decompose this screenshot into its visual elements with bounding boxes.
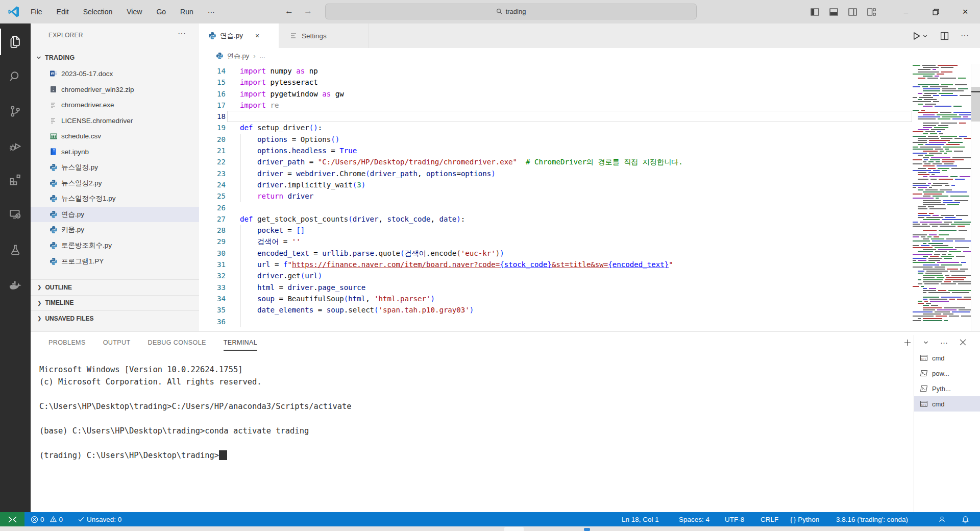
split-editor-icon[interactable] bbox=[940, 23, 949, 48]
restore-button[interactable] bbox=[921, 0, 950, 23]
menu-more[interactable]: ··· bbox=[201, 8, 222, 16]
docker-icon[interactable] bbox=[0, 272, 31, 298]
encoding[interactable]: UTF-8 bbox=[725, 512, 744, 526]
file-item[interactable]: set.ipynb bbox=[31, 144, 199, 160]
file-file-icon bbox=[50, 101, 58, 109]
file-item[interactable]: 토론방조회수.py bbox=[31, 238, 199, 254]
command-center-search[interactable]: trading bbox=[325, 4, 697, 19]
file-item[interactable]: 프로그램1.PY bbox=[31, 253, 199, 269]
tab-practice-py[interactable]: 연습.py × bbox=[199, 23, 279, 48]
panel-close-icon[interactable] bbox=[959, 339, 967, 346]
nav-forward-icon[interactable]: → bbox=[304, 6, 312, 16]
indentation[interactable]: Spaces: 4 bbox=[679, 512, 709, 526]
cursor-position[interactable]: Ln 18, Col 1 bbox=[622, 512, 659, 526]
terminal-list: C:\cmdpow...Pyth...C:\cmd bbox=[914, 350, 980, 412]
terminal-instance-Pyth[interactable]: Pyth... bbox=[914, 381, 980, 396]
breadcrumb-more[interactable]: ... bbox=[260, 52, 265, 60]
toggle-secondary-sidebar-icon[interactable] bbox=[848, 8, 857, 16]
file-name: 뉴스일정수정1.py bbox=[61, 194, 116, 203]
python-interpreter[interactable]: 3.8.16 ('trading': conda) bbox=[836, 512, 908, 526]
panel-tab-output[interactable]: OUTPUT bbox=[103, 339, 131, 346]
menu-file[interactable]: File bbox=[23, 8, 50, 16]
file-item[interactable]: LICENSE.chromedriver bbox=[31, 113, 199, 129]
panel-more-icon[interactable]: ··· bbox=[940, 338, 948, 347]
folder-section-trading[interactable]: TRADING bbox=[31, 51, 199, 64]
customize-layout-icon[interactable] bbox=[867, 8, 876, 16]
terminal-instance-cmd[interactable]: C:\cmd bbox=[914, 396, 980, 412]
file-item[interactable]: 뉴스일정2.py bbox=[31, 175, 199, 191]
explorer-header: EXPLORER bbox=[48, 32, 83, 39]
section-outline[interactable]: ❯OUTLINE bbox=[31, 279, 199, 295]
python-file-icon bbox=[50, 179, 58, 187]
menu-bar: FileEditSelectionViewGoRun··· bbox=[23, 0, 222, 23]
panel-tab-terminal[interactable]: TERMINAL bbox=[224, 339, 257, 346]
notifications-bell-icon[interactable] bbox=[962, 512, 969, 526]
menu-run[interactable]: Run bbox=[173, 8, 201, 16]
toggle-sidebar-icon[interactable] bbox=[811, 8, 819, 16]
python-file-icon bbox=[50, 226, 58, 234]
file-name: 연습.py bbox=[61, 210, 84, 219]
minimap[interactable] bbox=[913, 64, 971, 331]
file-item[interactable]: chromedriver_win32.zip bbox=[31, 82, 199, 98]
extensions-icon[interactable] bbox=[0, 166, 31, 192]
panel-tab-problems[interactable]: PROBLEMS bbox=[48, 339, 86, 346]
run-dropdown-icon[interactable] bbox=[922, 33, 928, 39]
explorer-icon[interactable] bbox=[0, 29, 31, 55]
terminal-instance-cmd[interactable]: C:\cmd bbox=[914, 350, 980, 366]
shell-terminal-icon bbox=[920, 369, 928, 377]
menu-go[interactable]: Go bbox=[149, 8, 173, 16]
panel-tab-debug-console[interactable]: DEBUG CONSOLE bbox=[148, 339, 206, 346]
file-item[interactable]: 2023-05-17.docx bbox=[31, 66, 199, 82]
explorer-more-icon[interactable]: ··· bbox=[178, 30, 186, 37]
language-mode[interactable]: { }Python bbox=[790, 512, 819, 526]
new-terminal-icon[interactable] bbox=[903, 339, 912, 347]
run-python-button[interactable] bbox=[912, 23, 928, 48]
tab-label: 연습.py bbox=[220, 31, 243, 40]
chevron-down-icon bbox=[36, 55, 42, 61]
file-item[interactable]: 뉴스일정수정1.py bbox=[31, 191, 199, 207]
run-debug-icon[interactable] bbox=[0, 133, 31, 159]
testing-icon[interactable] bbox=[0, 237, 31, 263]
file-item[interactable]: schedule.csv bbox=[31, 129, 199, 144]
tab-close-icon[interactable]: × bbox=[255, 32, 259, 40]
file-item[interactable]: 키움.py bbox=[31, 222, 199, 238]
terminal-instance-pow[interactable]: pow... bbox=[914, 366, 980, 381]
source-control-icon[interactable] bbox=[0, 98, 31, 125]
feedback-icon[interactable] bbox=[938, 512, 946, 526]
problems-status[interactable]: 0 0 bbox=[31, 512, 63, 526]
terminal-output[interactable]: Microsoft Windows [Version 10.0.22624.17… bbox=[39, 364, 352, 462]
eol-sequence[interactable]: CRLF bbox=[761, 512, 778, 526]
nav-back-icon[interactable]: ← bbox=[285, 6, 293, 16]
svg-text:C:\: C:\ bbox=[921, 403, 926, 406]
terminal-dropdown-icon[interactable] bbox=[923, 340, 929, 346]
menu-selection[interactable]: Selection bbox=[76, 8, 120, 16]
close-button[interactable]: × bbox=[950, 0, 980, 23]
file-item[interactable]: 뉴스일정.py bbox=[31, 160, 199, 176]
file-name: 키움.py bbox=[61, 225, 84, 234]
zip-file-icon bbox=[50, 85, 58, 93]
file-name: 2023-05-17.docx bbox=[61, 70, 113, 78]
menu-edit[interactable]: Edit bbox=[50, 8, 76, 16]
breadcrumb-file[interactable]: 연습.py bbox=[227, 52, 249, 61]
minimize-button[interactable]: – bbox=[891, 0, 921, 23]
layout-controls bbox=[811, 0, 876, 23]
window-controls: – × bbox=[891, 0, 980, 23]
menu-view[interactable]: View bbox=[119, 8, 149, 16]
file-item[interactable]: 연습.py bbox=[31, 207, 199, 223]
tab-settings[interactable]: Settings bbox=[279, 23, 369, 48]
search-icon[interactable] bbox=[0, 63, 31, 90]
search-icon bbox=[496, 8, 503, 15]
section-unsaved-files[interactable]: ❯UNSAVED FILES bbox=[31, 310, 199, 326]
remote-explorer-icon[interactable] bbox=[0, 201, 31, 228]
search-value: trading bbox=[506, 8, 526, 15]
section-timeline[interactable]: ❯TIMELINE bbox=[31, 295, 199, 310]
breadcrumb[interactable]: 연습.py › ... bbox=[199, 48, 980, 64]
editor-scrollbar[interactable] bbox=[971, 64, 980, 331]
code-editor[interactable]: 1415161718192021222324252627282930313233… bbox=[199, 64, 980, 331]
remote-indicator[interactable] bbox=[0, 512, 24, 526]
unsaved-status[interactable]: Unsaved: 0 bbox=[78, 512, 121, 526]
toggle-panel-icon[interactable] bbox=[829, 8, 838, 16]
editor-more-icon[interactable]: ··· bbox=[961, 23, 969, 48]
code-lines: import numpy as npimport pytesseractimpo… bbox=[240, 65, 683, 327]
file-item[interactable]: chromedriver.exe bbox=[31, 97, 199, 113]
